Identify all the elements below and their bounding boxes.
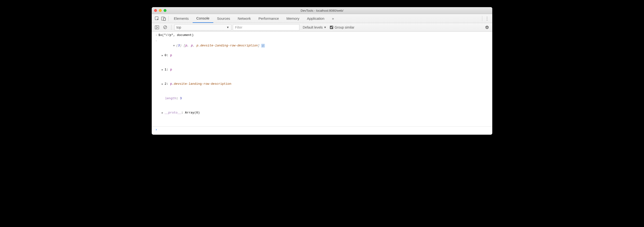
console-body: › $x("//p", document) ‹ ▼(3) [p, p, p.de… [152, 32, 492, 135]
chevron-down-icon: ▼ [226, 26, 229, 29]
device-toolbar-icon[interactable] [160, 16, 167, 22]
tab-console[interactable]: Console [193, 14, 213, 23]
separator [171, 25, 172, 30]
tab-performance[interactable]: Performance [255, 14, 283, 23]
disclosure-closed-icon[interactable]: ▶ [162, 82, 164, 86]
disclosure-closed-icon[interactable]: ▶ [162, 54, 164, 58]
console-output-row[interactable]: ‹ ▼(3) [p, p, p.devsite-landing-row-desc… [152, 38, 492, 125]
separator [482, 16, 482, 21]
prompt-chevron-icon: › [154, 127, 158, 133]
svg-line-7 [164, 26, 166, 28]
levels-label: Default levels [303, 26, 323, 29]
toggle-sidebar-icon[interactable] [154, 24, 160, 31]
execution-context-select[interactable]: top ▼ [174, 24, 232, 31]
tab-application[interactable]: Application [303, 14, 328, 23]
tabs-overflow[interactable]: » [328, 14, 338, 23]
info-icon[interactable]: i [261, 44, 265, 48]
chevron-down-icon: ▼ [324, 26, 326, 29]
array-item-row[interactable]: ▶2: p.devsite-landing-row-description [158, 82, 490, 86]
context-value: top [176, 26, 181, 29]
disclosure-closed-icon[interactable]: ▶ [162, 111, 164, 115]
console-input-text: $x("//p", document) [158, 33, 490, 38]
settings-icon[interactable] [484, 24, 490, 31]
disclosure-open-icon[interactable]: ▼ [173, 44, 176, 48]
console-output: ▼(3) [p, p, p.devsite-landing-row-descri… [158, 39, 490, 125]
group-similar-checkbox[interactable] [330, 26, 333, 29]
input-chevron-icon: › [154, 33, 158, 38]
array-item-row[interactable]: ▶1: p [158, 67, 490, 72]
group-similar-label: Group similar [334, 26, 354, 29]
inspect-element-icon[interactable] [154, 16, 160, 22]
output-chevron-icon: ‹ [154, 39, 158, 43]
preview-item: p [191, 44, 193, 47]
proto-row[interactable]: ▶__proto__: Array(0) [158, 110, 490, 115]
log-levels-select[interactable]: Default levels ▼ [301, 26, 328, 29]
console-toolbar: top ▼ Default levels ▼ Group similar [152, 23, 492, 32]
length-row: length: 3 [158, 96, 490, 101]
devtools-window: DevTools - localhost:8080/web/ Elements … [152, 7, 492, 135]
clear-console-icon[interactable] [162, 24, 168, 31]
tab-elements[interactable]: Elements [170, 14, 193, 23]
main-tabbar: Elements Console Sources Network Perform… [152, 14, 492, 23]
tab-network[interactable]: Network [234, 14, 255, 23]
array-item-row[interactable]: ▶0: p [158, 53, 490, 58]
tab-memory[interactable]: Memory [283, 14, 303, 23]
kebab-menu-icon[interactable]: ⋮ [484, 16, 490, 22]
window-title: DevTools - localhost:8080/web/ [152, 9, 492, 12]
filter-input[interactable] [233, 24, 300, 31]
tab-sources[interactable]: Sources [213, 14, 234, 23]
group-similar-toggle[interactable]: Group similar [330, 26, 354, 29]
svg-rect-4 [155, 26, 159, 29]
titlebar: DevTools - localhost:8080/web/ [152, 7, 492, 14]
console-prompt-row[interactable]: › [152, 127, 492, 135]
preview-item: p.devsite-landing-row-description [196, 44, 258, 47]
disclosure-closed-icon[interactable]: ▶ [162, 68, 164, 72]
array-length: 3 [178, 44, 180, 47]
console-input-row[interactable]: › $x("//p", document) [152, 32, 492, 38]
separator [168, 16, 168, 21]
svg-rect-2 [164, 18, 166, 21]
